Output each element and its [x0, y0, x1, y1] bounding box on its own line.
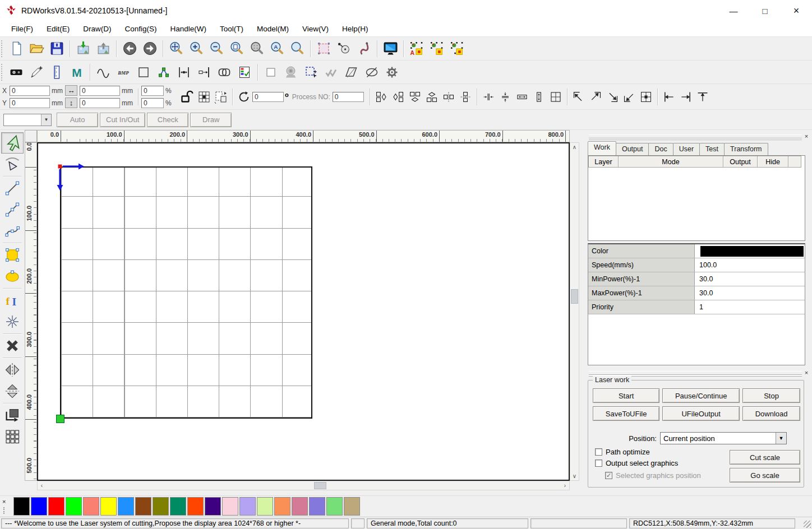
- drawn-rectangle[interactable]: [60, 166, 312, 419]
- select-frame-icon[interactable]: [313, 39, 334, 59]
- palette-color-16[interactable]: [292, 497, 308, 516]
- flip-left-icon[interactable]: [373, 88, 390, 106]
- auto-button[interactable]: Auto: [57, 113, 98, 127]
- property-row[interactable]: Speed(mm/s)100.0: [588, 258, 805, 272]
- palette-color-4[interactable]: [83, 497, 99, 516]
- palette-color-18[interactable]: [326, 497, 343, 516]
- palette-color-19[interactable]: [344, 497, 360, 516]
- panel-grip[interactable]: [589, 134, 802, 138]
- palette-close-icon[interactable]: ×: [2, 498, 6, 505]
- menu-item-config[interactable]: Config(S): [119, 22, 165, 35]
- h-distribute-icon[interactable]: [174, 62, 194, 82]
- pen-add-icon[interactable]: [26, 62, 47, 82]
- mark-rect-icon[interactable]: [427, 39, 447, 59]
- right-distribute-icon[interactable]: [194, 62, 214, 82]
- angle-input[interactable]: 0: [252, 92, 284, 102]
- import-icon[interactable]: [73, 39, 93, 59]
- ellipse-tool-tool-icon[interactable]: [1, 266, 24, 287]
- y-input[interactable]: 0: [10, 98, 50, 108]
- layer-column-output[interactable]: Output: [723, 156, 758, 168]
- layer-list-icon[interactable]: [234, 62, 255, 82]
- zoom-select-icon[interactable]: A: [267, 39, 287, 59]
- palette-color-14[interactable]: [257, 497, 273, 516]
- tab-user[interactable]: User: [673, 143, 700, 155]
- layer-column-mode[interactable]: Mode: [618, 156, 723, 168]
- ellipse-slash-icon[interactable]: [362, 62, 382, 82]
- same-width-icon[interactable]: [514, 88, 530, 106]
- palette-color-2[interactable]: [48, 497, 64, 516]
- polyline-tool-icon[interactable]: [1, 199, 24, 220]
- h-compress-icon[interactable]: [480, 88, 497, 106]
- menu-item-view[interactable]: View(V): [297, 22, 336, 35]
- close-button[interactable]: ×: [781, 0, 812, 21]
- property-row[interactable]: MinPower(%)-130.0: [588, 272, 805, 286]
- rotate-icon[interactable]: [236, 88, 252, 106]
- download-button[interactable]: Download: [742, 406, 800, 421]
- node-edit-tool-icon[interactable]: [1, 154, 24, 175]
- marquee-add-icon[interactable]: [301, 62, 321, 82]
- mirror-h-tool-icon[interactable]: [1, 359, 24, 380]
- mirror-v-tool-icon[interactable]: [1, 380, 24, 402]
- redo-icon[interactable]: [140, 39, 160, 59]
- drawing-canvas[interactable]: [37, 142, 570, 481]
- device-icon[interactable]: [6, 62, 26, 82]
- layer-table-body[interactable]: [588, 168, 805, 240]
- panel-grip[interactable]: [589, 371, 802, 375]
- palette-color-17[interactable]: [309, 497, 325, 516]
- check-button[interactable]: Check: [147, 113, 188, 127]
- small-checkbox-icon[interactable]: [261, 62, 281, 82]
- laserbox-close-icon[interactable]: ×: [802, 369, 810, 377]
- property-row[interactable]: Priority1: [588, 300, 805, 314]
- palette-color-11[interactable]: [205, 497, 221, 516]
- vertical-scrollbar[interactable]: ∧ ∨: [570, 142, 579, 481]
- zoom-page-icon[interactable]: [227, 39, 247, 59]
- weld-icon[interactable]: [214, 62, 234, 82]
- mark-point-icon[interactable]: [447, 39, 467, 59]
- checkbox-box[interactable]: [595, 460, 602, 467]
- x-input[interactable]: 0: [10, 86, 50, 96]
- palette-color-8[interactable]: [153, 497, 169, 516]
- flip-bottom-icon[interactable]: [423, 88, 440, 106]
- anchor-combobox-arrow[interactable]: ▼: [41, 114, 51, 126]
- menu-item-draw[interactable]: Draw(D): [77, 22, 119, 35]
- dock-left-icon[interactable]: [661, 88, 677, 106]
- start-button[interactable]: Start: [593, 388, 659, 403]
- to-bottom-left-icon[interactable]: [621, 88, 638, 106]
- stop-button[interactable]: Stop: [742, 388, 800, 403]
- camera-icon[interactable]: [281, 62, 301, 82]
- layer-color-swatch[interactable]: [700, 246, 804, 257]
- height-percent-input[interactable]: 0: [141, 98, 164, 108]
- same-size-icon[interactable]: [547, 88, 564, 106]
- zoom-out-icon[interactable]: [206, 39, 227, 59]
- dock-right-icon[interactable]: [677, 88, 694, 106]
- pick-hook-icon[interactable]: [354, 39, 374, 59]
- skew-icon[interactable]: [342, 62, 362, 82]
- rotate-edit-icon[interactable]: [334, 39, 354, 59]
- palette-color-3[interactable]: [66, 497, 82, 516]
- dock-top-icon[interactable]: [694, 88, 711, 106]
- link-height-button[interactable]: ↕: [65, 98, 77, 108]
- to-bottom-right-icon[interactable]: [604, 88, 621, 106]
- double-check-icon[interactable]: [321, 62, 342, 82]
- palette-color-15[interactable]: [274, 497, 290, 516]
- menu-item-edit[interactable]: Edit(E): [41, 22, 77, 35]
- tab-output[interactable]: Output: [616, 143, 649, 155]
- width-percent-input[interactable]: 0: [141, 86, 164, 96]
- checkbox-box[interactable]: [595, 448, 602, 456]
- palette-color-6[interactable]: [118, 497, 134, 516]
- palette-color-9[interactable]: [170, 497, 186, 516]
- flip-top-icon[interactable]: [407, 88, 423, 106]
- layer-column-hide[interactable]: Hide: [757, 156, 788, 168]
- rect-tool-tool-icon[interactable]: [1, 244, 24, 266]
- menu-item-help[interactable]: Help(H): [336, 22, 376, 35]
- curve-icon[interactable]: [93, 62, 113, 82]
- page-rel-icon[interactable]: [213, 88, 229, 106]
- property-row[interactable]: MaxPower(%)-130.0: [588, 286, 805, 300]
- bezier-tool-icon[interactable]: [1, 220, 24, 242]
- maximize-button[interactable]: □: [749, 0, 781, 21]
- mark-text-icon[interactable]: A: [407, 39, 427, 59]
- checkbox-output-select-graphics[interactable]: Output select graphics: [595, 459, 678, 467]
- flip-right-icon[interactable]: [390, 88, 407, 106]
- tab-work[interactable]: Work: [588, 141, 616, 155]
- mirror-across-v-icon[interactable]: [457, 88, 474, 106]
